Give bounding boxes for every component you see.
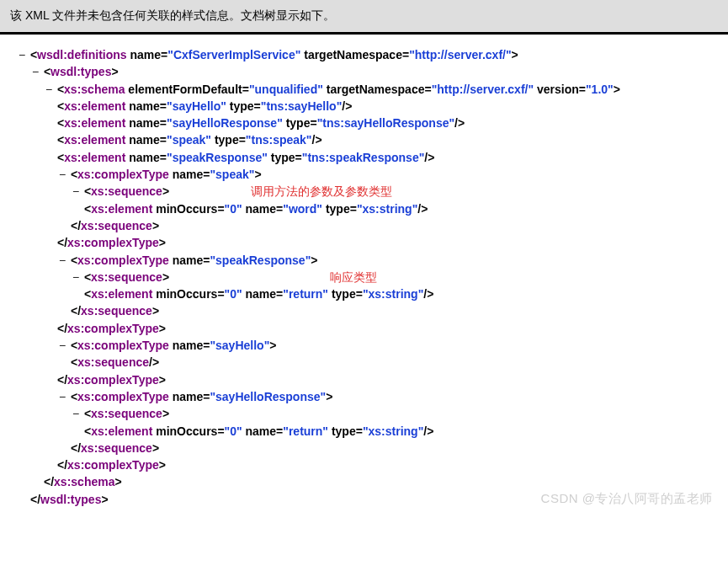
- xml-row: </xs:complexType>: [5, 456, 723, 473]
- toggle-icon[interactable]: −: [57, 388, 67, 405]
- xml-tree: − <wsdl:definitions name="CxfServerImplS…: [0, 35, 728, 516]
- xml-row: − <xs:sequence> 调用方法的参数及参数类型: [5, 183, 723, 200]
- info-banner: 该 XML 文件并未包含任何关联的样式信息。文档树显示如下。: [0, 0, 728, 35]
- toggle-icon[interactable]: −: [71, 183, 81, 200]
- attr-name: name: [130, 48, 162, 61]
- xml-row: </xs:complexType>: [5, 234, 723, 251]
- xml-row: − <xs:schema elementFormDefault="unquali…: [5, 81, 723, 98]
- xml-row: − <wsdl:definitions name="CxfServerImplS…: [5, 46, 723, 63]
- tag-name: wsdl:definitions: [37, 48, 127, 61]
- xml-row: </xs:schema>: [5, 473, 723, 490]
- tag-name: wsdl:types: [50, 65, 111, 78]
- xml-row: <xs:element name="speakResponse" type="t…: [5, 149, 723, 166]
- xml-row: − <xs:complexType name="speakResponse">: [5, 252, 723, 269]
- xml-row: <xs:element name="sayHelloResponse" type…: [5, 115, 723, 131]
- attr-name: targetNamespace: [304, 48, 402, 61]
- tag-name: xs:schema: [64, 83, 125, 96]
- toggle-icon[interactable]: −: [30, 63, 40, 80]
- watermark: CSDN @专治八阿哥的孟老师: [541, 489, 713, 508]
- xml-row: <xs:element minOccurs="0" name="return" …: [5, 423, 723, 440]
- attr-value: "http://server.cxf/": [409, 48, 511, 61]
- toggle-icon[interactable]: −: [57, 166, 67, 183]
- xml-row: </xs:sequence>: [5, 217, 723, 234]
- xml-row: − <xs:complexType name="sayHelloResponse…: [5, 388, 723, 405]
- annotation: 响应类型: [330, 270, 377, 284]
- toggle-icon[interactable]: −: [71, 405, 81, 422]
- toggle-icon[interactable]: −: [17, 46, 27, 63]
- annotation: 调用方法的参数及参数类型: [251, 184, 392, 198]
- toggle-icon[interactable]: −: [71, 269, 81, 286]
- bracket: <: [30, 48, 37, 61]
- xml-row: − <xs:complexType name="sayHello">: [5, 337, 723, 354]
- xml-row: − <xs:complexType name="speak">: [5, 166, 723, 183]
- xml-row: <xs:element name="speak" type="tns:speak…: [5, 131, 723, 148]
- xml-row: − <xs:sequence> 响应类型: [5, 269, 723, 286]
- xml-row: <xs:element name="sayHello" type="tns:sa…: [5, 98, 723, 115]
- info-text: 该 XML 文件并未包含任何关联的样式信息。文档树显示如下。: [10, 8, 335, 22]
- xml-row: </xs:complexType>: [5, 371, 723, 388]
- xml-row: <xs:element minOccurs="0" name="return" …: [5, 286, 723, 302]
- xml-row: − <wsdl:types>: [5, 63, 723, 80]
- xml-row: <xs:element minOccurs="0" name="word" ty…: [5, 200, 723, 217]
- attr-value: "CxfServerImplService": [167, 48, 300, 61]
- toggle-icon[interactable]: −: [57, 252, 67, 269]
- toggle-icon[interactable]: −: [57, 337, 67, 354]
- xml-row: </xs:complexType>: [5, 320, 723, 337]
- xml-row: − <xs:sequence>: [5, 405, 723, 422]
- xml-row: </xs:sequence>: [5, 440, 723, 456]
- xml-row: </xs:sequence>: [5, 302, 723, 319]
- xml-row: <xs:sequence/>: [5, 354, 723, 371]
- toggle-icon[interactable]: −: [44, 81, 54, 98]
